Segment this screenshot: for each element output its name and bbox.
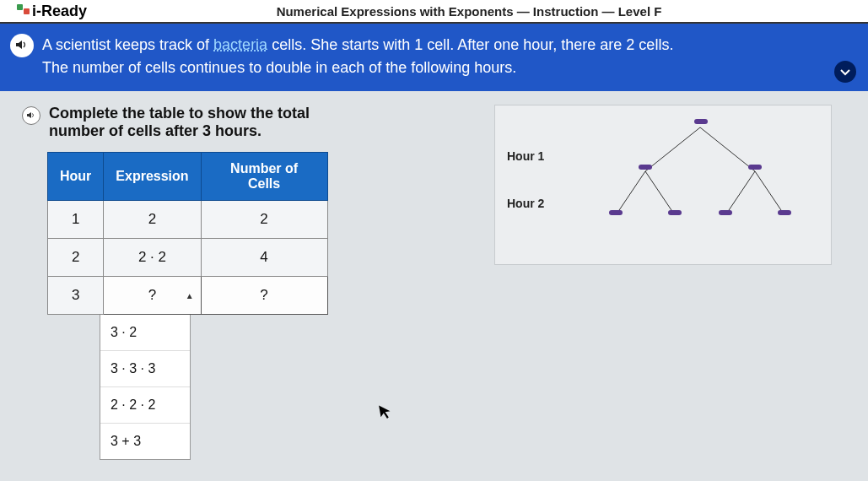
svg-rect-7	[639, 165, 652, 170]
svg-rect-8	[748, 165, 762, 170]
svg-rect-11	[719, 210, 732, 215]
col-hour: Hour	[48, 153, 104, 201]
dropdown-options: 3 · 2 3 · 3 · 3 2 · 2 · 2 3 + 3	[100, 315, 191, 460]
svg-rect-10	[668, 210, 682, 215]
cell-hour: 2	[48, 239, 104, 277]
cell-hour: 3	[48, 277, 104, 315]
input-value: ?	[260, 287, 267, 303]
logo-icon	[17, 4, 30, 18]
table-row: 2 2 · 2 4	[48, 239, 328, 277]
svg-line-5	[755, 171, 784, 215]
banner-text-pre: A scientist keeps track of	[42, 36, 213, 53]
collapse-button[interactable]	[834, 61, 856, 83]
col-number: Number of Cells	[201, 153, 327, 201]
banner-line1: A scientist keeps track of bacteria cell…	[42, 34, 817, 57]
logo: i-Ready	[17, 3, 87, 20]
speaker-button[interactable]	[10, 34, 34, 57]
svg-rect-9	[609, 210, 623, 215]
option-item[interactable]: 2 · 2 · 2	[100, 387, 190, 424]
cell-hour: 1	[48, 201, 104, 239]
left-column: Complete the table to show the total num…	[22, 105, 461, 460]
number-input[interactable]: ?	[201, 277, 327, 315]
banner-text-post: cells. She starts with 1 cell. After one…	[267, 36, 673, 53]
svg-line-1	[700, 127, 755, 171]
svg-line-4	[725, 171, 755, 215]
cell-expr: 2	[104, 201, 201, 239]
expression-dropdown[interactable]: ? ▲	[104, 277, 201, 315]
audio-icon	[15, 37, 29, 55]
table-header-row: Hour Expression Number of Cells	[48, 153, 328, 201]
instruction-line1: Complete the table to show the total	[49, 105, 310, 122]
table-row: 1 2 2	[48, 201, 328, 239]
banner-line2: The number of cells continues to double …	[42, 57, 817, 79]
diagram-label-hour2: Hour 2	[507, 197, 544, 210]
svg-line-2	[616, 171, 645, 215]
option-item[interactable]: 3 · 2	[100, 315, 190, 351]
instruction-text: Complete the table to show the total num…	[49, 105, 310, 140]
header-bar: i-Ready Numerical Expressions with Expon…	[0, 0, 868, 24]
instruction: Complete the table to show the total num…	[22, 105, 461, 140]
breadcrumb: Numerical Expressions with Exponents — I…	[87, 4, 851, 19]
cell-expr: 2 · 2	[104, 239, 201, 277]
problem-banner: A scientist keeps track of bacteria cell…	[0, 24, 868, 91]
content-area: Complete the table to show the total num…	[0, 91, 868, 473]
svg-line-0	[645, 127, 700, 171]
caret-up-icon: ▲	[186, 291, 194, 300]
cell-num: 2	[201, 201, 327, 239]
option-item[interactable]: 3 · 3 · 3	[100, 351, 190, 387]
audio-icon	[26, 111, 36, 121]
diagram-label-hour1: Hour 1	[507, 149, 544, 163]
cell-num: 4	[201, 239, 327, 277]
svg-rect-12	[778, 210, 791, 215]
chevron-down-icon	[840, 63, 850, 81]
keyword-bacteria[interactable]: bacteria	[213, 36, 267, 53]
right-column: Hour 1 Hour 2	[494, 105, 846, 460]
option-item[interactable]: 3 + 3	[100, 424, 190, 459]
data-table: Hour Expression Number of Cells 1 2 2 2 …	[47, 152, 328, 315]
dropdown-value: ?	[148, 287, 156, 303]
logo-text: i-Ready	[32, 3, 87, 20]
tree-svg	[578, 112, 822, 256]
instruction-line2: number of cells after 3 hours.	[49, 122, 310, 140]
tree-diagram: Hour 1 Hour 2	[494, 105, 832, 265]
col-expression: Expression	[104, 153, 201, 201]
svg-line-3	[645, 171, 675, 215]
table-row: 3 ? ▲ ?	[48, 277, 328, 315]
instruction-speaker-button[interactable]	[22, 106, 40, 125]
svg-rect-6	[694, 119, 708, 124]
